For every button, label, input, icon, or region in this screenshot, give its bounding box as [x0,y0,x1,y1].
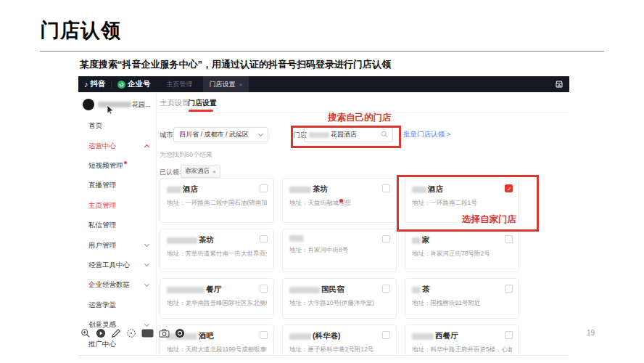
page-number: 19 [587,329,595,337]
sidebar-item-homepage-manage[interactable]: 主页管理 [78,196,156,216]
chevron-up-icon [144,144,149,150]
censored-text [412,287,421,293]
sidebar-item-business-data[interactable]: 企业经营数据 [78,275,156,295]
avatar [83,99,94,110]
sidebar-item-private-message[interactable]: 私信管理 [78,216,156,235]
title-divider [40,51,604,52]
annotation-select-tip: 选择自家门店 [462,213,516,226]
store-address: 地址：肖家河正街78号附2号 [412,250,512,258]
censored-text [289,333,311,340]
store-checkbox[interactable] [505,235,513,243]
camera-icon[interactable] [159,329,170,338]
censored-text [412,333,434,340]
store-checkbox[interactable] [382,285,390,293]
store-checkbox[interactable] [505,285,513,293]
page-title: 门店认领 [40,17,121,44]
annotation-search-tip: 搜索自己的门店 [328,112,392,124]
capture-toolbar [80,328,185,338]
store-address: 地址：一环路南二段中国石油(锦南加油站)东北侧约6... [167,199,267,208]
store-card[interactable]: 国民宿 地址：大学路10号(伊藤洋华堂) [282,278,397,319]
store-card[interactable]: 茶 地址：国槐横街91号附近 [405,278,519,319]
sidebar-item-user-manage[interactable]: 用户管理 [78,235,156,255]
censored-text [167,237,197,244]
censored-text [167,187,181,193]
annotation-box-search [291,126,401,148]
store-card[interactable]: 茶坊 地址：芳草街道紫竹南一街大世界商业广场 [160,229,274,272]
pointer-dot [339,199,343,203]
close-icon[interactable]: × [239,81,243,88]
account-profile[interactable]: 花园... [78,92,156,116]
tab-store-settings[interactable]: 门店设置 [188,98,217,108]
store-checkbox[interactable] [260,285,268,293]
sidebar-item-home[interactable]: 首页 [78,116,156,136]
chevron-down-icon [258,131,263,136]
zoom-in-icon[interactable] [80,328,91,338]
instruction-text: 某度搜索“抖音企业服务中心”，用通过认证的抖音号扫码登录进行门店认领 [80,58,391,71]
store-checkbox[interactable] [382,235,390,243]
store-card[interactable]: 餐厅 地址：龙华南路誉峰国际社区东北侧约40米 [160,278,274,319]
censored-text [289,235,304,242]
header-nav: 主页管理 门店设置 × [162,76,249,92]
pencil-icon[interactable] [111,328,121,338]
sidebar-item-academy[interactable]: 运营学堂 [78,295,156,315]
store-name: 国民宿 [289,285,389,295]
sidebar-item-short-video[interactable]: 短视频管理 [78,156,156,176]
store-name: 茶坊 [167,235,267,245]
nav-item-store-settings[interactable]: 门店设置 × [203,76,249,92]
store-address: 地址：科华中路王府井百货5楼，心越咖啡·屋顶西餐厅 [412,346,512,354]
record-icon[interactable] [175,328,185,338]
store-name [289,235,389,242]
screen-icon[interactable] [141,329,154,338]
enterprise-badge-icon [117,81,125,89]
store-checkbox[interactable] [382,331,390,339]
sidebar-item-tools-center[interactable]: 经营工具中心 [78,256,156,275]
store-address: 地址：天府大道北段1199号成都银泰中心主塔楼 [167,346,267,354]
notification-dot [124,161,127,164]
censored-text [98,102,131,107]
store-name: (科华巷) [289,331,389,341]
store-card[interactable]: 酒店 地址：一环路南二段中国石油(锦南加油站)东北侧约6... [160,178,274,223]
results-count: 为您找到80个结果 [160,150,212,160]
enterprise-brand[interactable]: 企业号 [117,79,151,89]
store-name: 茶坊 [289,184,389,195]
chevron-down-icon [144,322,149,327]
store-address: 地址：磨子桥科华巷2号附12号 [289,346,389,354]
sidebar-item-live[interactable]: 直播管理 [78,176,156,195]
sidebar-item-operation-center[interactable]: 运营中心 [78,136,156,155]
douyin-logo[interactable]: ♪ 抖音 [84,79,106,89]
chevron-down-icon [144,282,149,287]
censored-text [412,237,421,244]
store-checkbox[interactable] [260,184,268,192]
play-icon[interactable] [96,328,106,338]
store-checkbox[interactable] [382,184,390,192]
city-select[interactable]: 四川省 / 成都市 / 武侯区 [173,127,268,142]
store-card[interactable]: 地址：肖家河中街8号 [282,229,397,272]
city-label: 城市 [160,131,173,140]
store-name: 茶 [412,285,512,295]
shop-icon[interactable] [555,80,564,89]
music-note-icon: ♪ [84,80,88,89]
crosshair-icon[interactable] [126,328,136,338]
censored-text [167,287,205,293]
censored-text [289,287,320,293]
store-address: 地址：国槐横街91号附近 [412,299,512,308]
store-checkbox[interactable] [505,331,513,339]
store-card[interactable]: (科华巷) 地址：磨子桥科华巷2号附12号 [282,325,397,355]
header-divider: | [111,81,113,89]
nav-item-homepage[interactable]: 主页管理 [162,80,197,89]
close-icon[interactable]: × [212,168,216,175]
account-name: 花园... [98,100,151,110]
tab-homepage-settings[interactable]: 主页设置 [160,98,189,108]
store-checkbox[interactable] [260,235,268,243]
store-name: 餐厅 [167,285,267,295]
claimed-label: 已认领: [160,168,181,177]
sidebar: 花园... 首页 运营中心 短视频管理 直播管理 主页管理 私信管理 用户管理 … [78,92,157,355]
claimed-store-tag[interactable]: 蓉家酒店 × [181,165,220,178]
batch-claim-link[interactable]: 批量门店认领 > [403,130,450,139]
store-name: 家 [412,235,512,245]
store-address: 地址：芳草街道紫竹南一街大世界商业广场 [167,250,267,258]
app-header: ♪ 抖音 | 企业号 主页管理 门店设置 × [78,76,569,92]
store-card[interactable]: 西餐厅 地址：科华中路王府井百货5楼，心越咖啡·屋顶西餐厅 [405,325,519,355]
store-card[interactable]: 家 地址：肖家河正街78号附2号 [405,229,519,272]
store-checkbox[interactable] [260,331,268,339]
